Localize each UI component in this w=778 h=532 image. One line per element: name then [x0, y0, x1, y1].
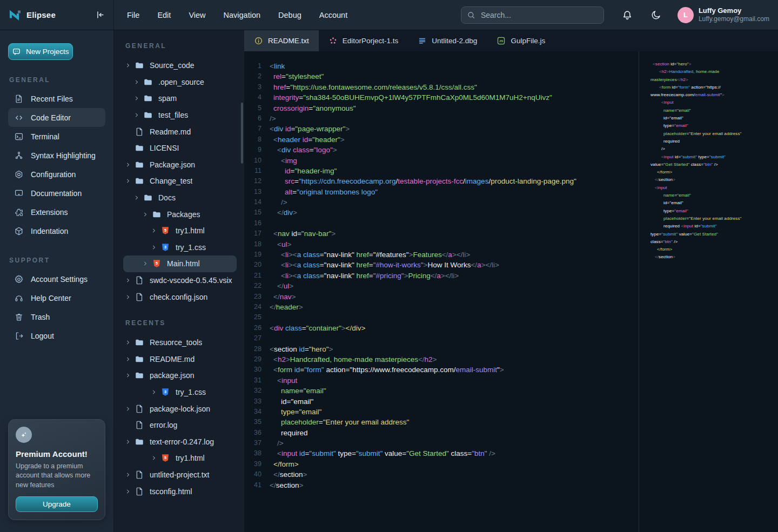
tree-item-open-source[interactable]: .open_source — [123, 74, 237, 91]
minimap-line-26: </section> — [650, 253, 778, 261]
minimap-line-2: <h2>Handcrafted, home-made — [650, 68, 778, 76]
tree-item-tsconfig-html[interactable]: tsconfig.html — [123, 483, 237, 500]
sidebar-item-trash[interactable]: Trash — [8, 307, 105, 326]
tree-item-package-json[interactable]: package.json — [123, 367, 237, 384]
minimap-line-13: <input id="submit" type="submit" — [650, 153, 778, 161]
new-projects-button[interactable]: New Projects — [8, 43, 73, 60]
code-token: "nav-link" — [324, 251, 354, 259]
menu-debug[interactable]: Debug — [278, 11, 301, 19]
tree-item-change-test[interactable]: Change_test — [123, 173, 237, 190]
menu-edit[interactable]: Edit — [157, 11, 171, 19]
minimap-line-7: name="email" — [650, 107, 778, 115]
tab-untlited-2-dbg[interactable]: Untlited-2.dbg — [408, 30, 487, 51]
tree-item-test-files[interactable]: test_files — [123, 107, 237, 124]
chevron-right-icon — [151, 245, 157, 250]
tree-item-package-json[interactable]: Package.json — [123, 157, 237, 173]
sidebar-item-account-settings[interactable]: Account Settings — [8, 270, 105, 288]
tree-item-try1-html[interactable]: 5try1.html — [123, 450, 237, 467]
syntax-icon — [14, 151, 24, 160]
code-line-1: 1<link — [244, 61, 639, 71]
sidebar-item-code-editor[interactable]: Code Editor — [8, 108, 105, 127]
code-token: input — [664, 100, 674, 105]
app-title: Elipsee — [26, 10, 56, 19]
tree-item-text-error-0-247-log[interactable]: text-error-0.247.log — [123, 433, 237, 450]
tab-editorporject-1-ts[interactable]: EditorPorject-1.ts — [319, 30, 408, 51]
code-token: > — [500, 366, 504, 374]
tree-item-untlited-project-txt[interactable]: untlited-project.txt — [123, 467, 237, 483]
chevron-right-icon — [125, 489, 131, 494]
tree-item-docs[interactable]: Docs — [123, 190, 237, 206]
tree-item-readme-md[interactable]: README.md — [123, 351, 237, 368]
code-pane[interactable]: 1<link2rel="stylesheet"3href="https://us… — [244, 51, 639, 532]
tree-item-spam[interactable]: spam — [123, 90, 237, 107]
line-number: 26 — [244, 323, 261, 333]
upgrade-button[interactable]: Upgrade — [16, 496, 98, 512]
code-line-32: 32name="email" — [244, 386, 639, 396]
sidebar-item-recent-files[interactable]: Recent Files — [8, 89, 105, 108]
code-line-3: 3href="https://use.fontawesome.com/relea… — [244, 82, 639, 92]
html-icon: 5 — [160, 226, 170, 235]
notifications-bell-icon[interactable] — [621, 9, 633, 21]
menu-view[interactable]: View — [189, 11, 205, 19]
tree-item-source-code[interactable]: Source_code — [123, 57, 237, 74]
code-line-29: 29<h2>Handcrafted, home-made masterpiece… — [244, 354, 639, 365]
tree-item-label: try1.html — [176, 226, 205, 235]
tree-item-check-config-json[interactable]: check.config.json — [123, 288, 237, 305]
code-token: h2 — [278, 355, 286, 363]
tree-item-try1-html[interactable]: 5try1.html — [123, 223, 237, 239]
tree-item-licensi[interactable]: LICENSI — [123, 140, 237, 157]
search-box[interactable] — [461, 6, 604, 24]
tree-item-packages[interactable]: Packages — [123, 206, 237, 223]
code-token: "email" — [674, 123, 688, 128]
code-line-39: 39</form> — [244, 459, 639, 469]
sidebar-item-configuration[interactable]: Configuration — [8, 165, 105, 184]
code-line-24: 24</header> — [244, 302, 639, 312]
tree-item-label: swdc-vscode-0.5.45.vsix — [150, 276, 232, 285]
menu-account[interactable]: Account — [319, 11, 347, 19]
code-token: < — [273, 355, 278, 363]
code-token: "btn" — [472, 449, 487, 457]
tree-item-try-1-css[interactable]: 3try_1.css — [123, 239, 237, 256]
code-token: masterpieces — [650, 77, 677, 82]
chevron-right-icon — [143, 261, 148, 266]
tree-item-try-1-css[interactable]: 3try_1.css — [123, 384, 237, 401]
sidebar-item-extensions[interactable]: Extensions — [8, 203, 105, 221]
minimap-line-6: <input — [650, 99, 778, 106]
code-token: < — [277, 449, 281, 457]
sidebar-item-label: Documentation — [31, 189, 82, 198]
minimap-line-8: id="email" — [650, 115, 778, 122]
file-icon — [135, 292, 144, 302]
tree-item-error-log[interactable]: error.log — [123, 417, 237, 434]
terminal-icon — [14, 132, 24, 142]
dark-mode-moon-icon[interactable] — [650, 9, 662, 21]
tab-gulpfile-js[interactable]: JSGulpFile.js — [487, 30, 555, 51]
collapse-sidebar-icon[interactable] — [93, 9, 106, 22]
tree-item-readme-md[interactable]: Readme.md — [123, 123, 237, 140]
sidebar-item-indentation[interactable]: Indentation — [8, 221, 105, 240]
code-token: href — [356, 251, 368, 259]
code-token: class — [285, 324, 302, 332]
sidebar-item-documentation[interactable]: Documentation — [8, 184, 105, 203]
tab-readme-txt[interactable]: README.txt — [244, 30, 319, 51]
tree-item-main-html[interactable]: 5Main.html — [123, 255, 237, 272]
tree-item-resuorce-tools[interactable]: Resuorce_tools — [123, 334, 237, 351]
sidebar-item-logout[interactable]: Logout — [8, 326, 105, 345]
code-token: > — [328, 345, 333, 353]
menu-file[interactable]: File — [127, 11, 139, 19]
sidebar-item-help-center[interactable]: Help Center — [8, 288, 105, 307]
line-content: <div class="container"></div> — [270, 323, 365, 333]
search-input[interactable] — [480, 10, 593, 20]
menu-navigation[interactable]: Navigation — [224, 11, 261, 19]
tree-item-swdc-vscode-0-5-45-vsix[interactable]: swdc-vscode-0.5.45.vsix — [123, 272, 237, 289]
css-icon: 3 — [160, 243, 170, 252]
explorer-scrollbar[interactable] — [241, 103, 243, 164]
line-number: 29 — [244, 354, 261, 365]
code-token: "email" — [304, 387, 326, 395]
tree-item-package-lock-json[interactable]: package-lock.json — [123, 400, 237, 417]
minimap[interactable]: <section id="hero"><h2>Handcrafted, home… — [639, 51, 778, 532]
sidebar-item-terminal[interactable]: Terminal — [8, 127, 105, 146]
sidebar-nav-general: Recent FilesCode EditorTerminalSyntax Hi… — [0, 89, 113, 240]
minimap-line-24: class="btn" /> — [650, 238, 778, 246]
user-profile[interactable]: L Luffy Gemoy Luffy.gemoy@gmail.com — [678, 6, 769, 23]
sidebar-item-syntax-highlighting[interactable]: Syntax Highlighting — [8, 146, 105, 165]
